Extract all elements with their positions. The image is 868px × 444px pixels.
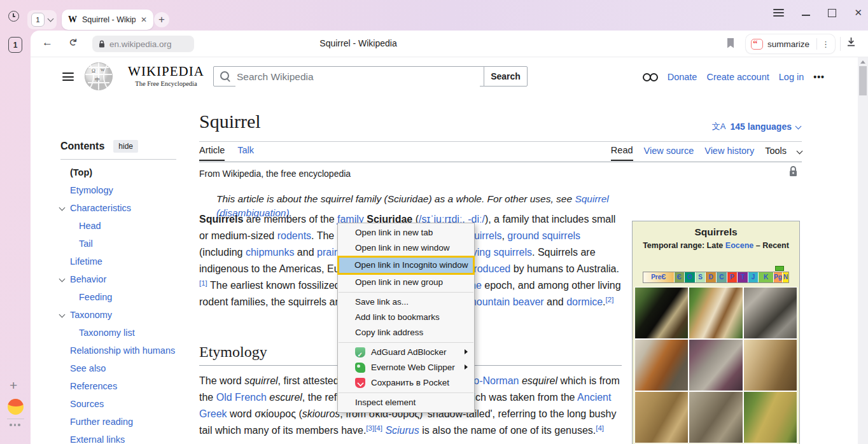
marmots-photo[interactable] bbox=[689, 392, 742, 443]
timescale-segment-d[interactable]: D bbox=[706, 272, 717, 282]
appearance-icon[interactable] bbox=[643, 73, 658, 81]
timescale-segment-pre[interactable]: PreЄ bbox=[643, 272, 675, 282]
timescale-segment-c[interactable]: C bbox=[717, 272, 727, 282]
history-clock-icon[interactable] bbox=[8, 11, 19, 22]
toc-item-sources[interactable]: Sources bbox=[60, 395, 185, 413]
timescale-segment-k[interactable]: K bbox=[759, 272, 773, 282]
view-read[interactable]: Read bbox=[611, 145, 633, 161]
text-link[interactable]: rodents bbox=[277, 230, 311, 241]
chevron-down-icon[interactable] bbox=[59, 312, 66, 318]
prairie-dogs-photo[interactable] bbox=[744, 392, 797, 443]
tab-article[interactable]: Article bbox=[199, 145, 225, 161]
menu-item-inspect-element[interactable]: Inspect element bbox=[338, 395, 474, 410]
timescale-segment-t[interactable]: T bbox=[738, 272, 748, 282]
tab-talk[interactable]: Talk bbox=[237, 145, 254, 161]
timescale-segment-s[interactable]: S bbox=[696, 272, 706, 282]
bookmark-icon[interactable] bbox=[726, 38, 735, 52]
toc-item-taxonomy-list[interactable]: Taxonomy list bbox=[60, 324, 185, 342]
rail-add-icon[interactable]: + bbox=[10, 378, 17, 393]
text-link[interactable]: Eocene bbox=[725, 241, 753, 250]
text-link[interactable]: mountain beaver bbox=[468, 296, 543, 307]
toc-item-top[interactable]: (Top) bbox=[60, 163, 185, 181]
menu-item-pocket[interactable]: Сохранить в Pocket bbox=[338, 375, 474, 391]
toc-item-lifetime[interactable]: Lifetime bbox=[60, 253, 185, 270]
menu-item-adguard[interactable]: AdGuard AdBlocker bbox=[338, 345, 474, 360]
minimize-button[interactable] bbox=[802, 15, 810, 16]
toc-item-taxonomy[interactable]: Taxonomy bbox=[60, 306, 185, 324]
chipmunk-photo[interactable] bbox=[689, 288, 742, 338]
toc-item-etymology[interactable]: Etymology bbox=[60, 181, 185, 199]
summarize-button[interactable]: “ summarize ⋮ bbox=[746, 34, 835, 53]
timescale-segment-j[interactable]: J bbox=[748, 272, 759, 282]
chevron-down-icon[interactable] bbox=[59, 205, 66, 211]
text-link[interactable]: flying squirrels bbox=[467, 247, 532, 258]
menu-item-open-link-incognito[interactable]: Open link in Incognito window bbox=[337, 256, 475, 275]
tab-close-icon[interactable]: ✕ bbox=[141, 15, 147, 24]
black-giant-squirrel-photo[interactable] bbox=[635, 288, 688, 338]
text-link[interactable]: Sciurus bbox=[385, 425, 419, 436]
gray-squirrel-photo[interactable] bbox=[744, 288, 797, 338]
scrollbar-thumb[interactable] bbox=[859, 66, 867, 95]
toc-item-head[interactable]: Head bbox=[60, 217, 185, 235]
page-protection-lock-icon[interactable] bbox=[788, 165, 798, 180]
browser-menu-icon[interactable] bbox=[773, 9, 784, 17]
tab-group-chip[interactable]: 1 bbox=[27, 10, 57, 29]
chevron-down-icon[interactable] bbox=[797, 148, 803, 155]
menu-item-open-link-new-window[interactable]: Open link in new window bbox=[338, 240, 474, 256]
search-input[interactable] bbox=[235, 67, 480, 87]
toc-item-further-reading[interactable]: Further reading bbox=[60, 413, 185, 431]
wiki-main-menu-icon[interactable] bbox=[62, 73, 74, 81]
search-button[interactable]: Search bbox=[484, 66, 528, 87]
timescale-segment-n[interactable]: N bbox=[783, 272, 788, 282]
wikipedia-logo-text[interactable]: WIKIPEDIA The Free Encyclopedia bbox=[118, 64, 214, 87]
wikipedia-globe-logo[interactable]: Ω W 中 bbox=[84, 62, 113, 94]
timescale-segment-o[interactable]: O bbox=[685, 272, 696, 282]
menu-item-open-link-new-group[interactable]: Open link in new group bbox=[338, 275, 474, 290]
fox-squirrel-photo[interactable] bbox=[635, 340, 688, 391]
scroll-up-arrow[interactable] bbox=[860, 60, 865, 64]
menu-item-copy-link-address[interactable]: Copy link address bbox=[338, 325, 474, 340]
close-button[interactable]: ✕ bbox=[854, 7, 862, 18]
tools-menu[interactable]: Tools bbox=[765, 146, 787, 160]
create-account-link[interactable]: Create account bbox=[706, 72, 769, 82]
reference-link[interactable]: [4] bbox=[596, 424, 604, 432]
tab-group-count[interactable]: 1 bbox=[31, 13, 45, 27]
menu-item-open-link-new-tab[interactable]: Open link in new tab bbox=[338, 225, 474, 240]
reference-link[interactable]: [2] bbox=[606, 296, 614, 303]
reference-link[interactable]: [1] bbox=[199, 279, 207, 287]
toc-item-external-links[interactable]: External links bbox=[60, 431, 185, 444]
sidebar-panel-button[interactable]: 1 bbox=[8, 37, 22, 53]
text-link[interactable]: chipmunks bbox=[246, 247, 294, 258]
vertical-scrollbar[interactable] bbox=[858, 57, 868, 444]
toc-item-tail[interactable]: Tail bbox=[60, 235, 185, 253]
yandex-mail-icon[interactable] bbox=[8, 399, 24, 415]
maximize-button[interactable] bbox=[828, 9, 836, 17]
ground-squirrel-photo[interactable] bbox=[744, 340, 797, 391]
text-link[interactable]: Old French bbox=[216, 392, 267, 403]
toc-item-references[interactable]: References bbox=[60, 377, 185, 395]
reference-link[interactable]: [4] bbox=[374, 424, 382, 432]
toc-item-characteristics[interactable]: Characteristics bbox=[60, 199, 185, 217]
text-link[interactable]: dormice bbox=[566, 296, 603, 307]
toc-hide-button[interactable]: hide bbox=[113, 140, 138, 153]
rock-squirrel-photo[interactable] bbox=[689, 340, 742, 391]
summarize-more-icon[interactable]: ⋮ bbox=[822, 39, 830, 49]
rail-more-icon[interactable] bbox=[10, 424, 20, 426]
toc-item-behavior[interactable]: Behavior bbox=[60, 270, 185, 288]
more-options-icon[interactable]: ••• bbox=[813, 72, 825, 82]
toc-item-see-also[interactable]: See also bbox=[60, 359, 185, 377]
log-in-link[interactable]: Log in bbox=[779, 72, 804, 82]
new-tab-button[interactable]: + bbox=[154, 12, 169, 27]
toc-item-feeding[interactable]: Feeding bbox=[60, 288, 185, 306]
standing-ground-squirrels-photo[interactable] bbox=[635, 392, 688, 443]
view-history[interactable]: View history bbox=[704, 146, 754, 160]
wiki-search-box[interactable] bbox=[213, 66, 484, 87]
chevron-down-icon[interactable] bbox=[48, 16, 54, 22]
languages-button[interactable]: 文A 145 languages bbox=[712, 121, 801, 132]
menu-item-evernote[interactable]: Evernote Web Clipper bbox=[338, 360, 474, 375]
menu-item-save-link-as[interactable]: Save link as... bbox=[338, 295, 474, 310]
browser-tab[interactable]: W Squirrel - Wikipedia ✕ bbox=[62, 10, 153, 30]
timescale-segment-item[interactable]: Є bbox=[675, 272, 685, 282]
timescale-segment-p[interactable]: P bbox=[727, 272, 738, 282]
timescale-segment-pg[interactable]: Pg bbox=[774, 272, 783, 282]
